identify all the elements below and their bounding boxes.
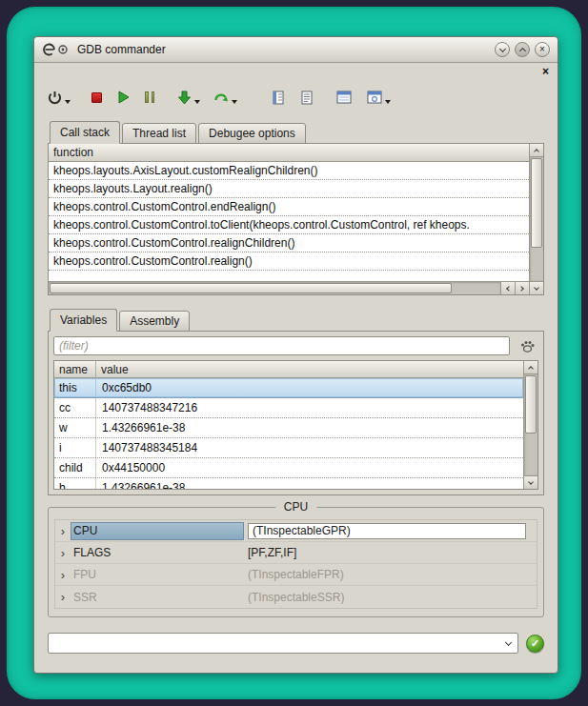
variable-row[interactable]: child 0x44150000 <box>54 458 523 478</box>
variable-name: w <box>54 418 96 437</box>
variable-row[interactable]: cc 140737488347216 <box>54 398 523 418</box>
callstack-vertical-scrollbar[interactable] <box>529 144 543 294</box>
vscroll-up-button[interactable] <box>524 361 537 374</box>
continue-to-dropdown-arrow[interactable] <box>194 100 200 104</box>
vscroll-thumb[interactable] <box>525 375 537 434</box>
view-inspector-button[interactable] <box>365 85 384 110</box>
variables-table-body: name value this 0xc65db0 cc 140737488347… <box>54 361 523 489</box>
variable-name: this <box>54 378 96 397</box>
register-group-name[interactable]: CPU <box>71 522 244 540</box>
pause-button[interactable] <box>143 85 156 110</box>
panel-close-icon[interactable]: × <box>542 66 549 77</box>
filter-input[interactable] <box>53 336 510 355</box>
horizontal-scrollbar[interactable] <box>49 281 529 294</box>
minimize-button[interactable] <box>495 42 510 57</box>
chevron-down-icon <box>534 285 539 291</box>
vscroll-track[interactable] <box>524 374 537 475</box>
tab-variables[interactable]: Variables <box>50 309 117 332</box>
chevron-down-icon <box>504 638 511 645</box>
cpu-groupbox-title: CPU <box>275 500 316 514</box>
view-log-button[interactable] <box>298 85 315 110</box>
variable-name: b <box>54 478 96 489</box>
register-group-value: (TInspectableGPR) <box>244 523 537 539</box>
confirm-button[interactable]: ✓ <box>526 635 544 653</box>
vscroll-thumb[interactable] <box>531 158 542 248</box>
expander-icon[interactable]: › <box>55 547 71 559</box>
variables-tabbar: Variables Assembly <box>48 309 544 332</box>
variable-value: 0x44150000 <box>96 458 523 477</box>
tab-thread-list[interactable]: Thread list <box>122 123 196 144</box>
step-over-dropdown-arrow[interactable] <box>232 100 237 104</box>
callstack-row[interactable]: kheops.layouts.Layout.realign() <box>49 180 529 198</box>
cpu-groupbox: CPU › CPU (TInspectableGPR) › FLAGS [PF,… <box>48 507 544 617</box>
callstack-row[interactable]: kheops.control.CustomControl.endRealign(… <box>49 198 529 216</box>
callstack-column-header[interactable]: function <box>49 144 529 162</box>
register-value-field[interactable]: (TInspectableGPR) <box>248 523 526 539</box>
cpu-register-row[interactable]: › SSR (TInspectableSSR) <box>55 586 537 608</box>
titlebar[interactable]: GDB commander × <box>34 37 558 63</box>
variable-value: 0xc65db0 <box>96 378 523 397</box>
maximize-button[interactable] <box>515 42 530 57</box>
command-input[interactable] <box>49 636 498 650</box>
chevron-down-icon <box>528 479 534 485</box>
step-over-button[interactable] <box>212 85 231 110</box>
callstack-row[interactable]: kheops.control.CustomControl.realignChil… <box>49 234 529 252</box>
lined-document-icon <box>300 91 314 105</box>
variables-rows: this 0xc65db0 cc 140737488347216 w 1.432… <box>54 378 523 489</box>
cpu-register-row[interactable]: › FLAGS [PF,ZF,IF] <box>55 542 537 564</box>
variable-row[interactable]: i 140737488345184 <box>54 438 523 458</box>
filter-row <box>53 336 538 355</box>
continue-to-button[interactable] <box>175 85 193 110</box>
expander-icon[interactable]: › <box>55 525 71 537</box>
window-grid-icon <box>336 91 352 104</box>
hscroll-left-button[interactable] <box>500 282 515 294</box>
variable-value: 140737488345184 <box>96 438 523 457</box>
tab-assembly[interactable]: Assembly <box>119 311 190 332</box>
vscroll-track[interactable] <box>530 157 543 281</box>
power-button[interactable] <box>46 85 64 110</box>
variables-vertical-scrollbar[interactable] <box>523 361 537 489</box>
run-button[interactable] <box>115 85 132 110</box>
hscroll-thumb[interactable] <box>50 283 452 293</box>
hscroll-track[interactable] <box>49 282 500 294</box>
hscroll-right-button[interactable] <box>515 282 529 294</box>
play-triangle-icon <box>117 91 130 104</box>
callstack-rows: kheops.layouts.AxisLayout.customRealignC… <box>49 162 529 281</box>
tab-call-stack[interactable]: Call stack <box>50 121 120 144</box>
callstack-row[interactable]: kheops.control.CustomControl.realign() <box>49 252 529 271</box>
view-watches-button[interactable] <box>335 85 354 110</box>
variable-row[interactable]: w 1.43266961e-38 <box>54 418 523 438</box>
expander-icon[interactable]: › <box>55 591 71 603</box>
callstack-table: function kheops.layouts.AxisLayout.custo… <box>49 144 529 294</box>
column-header-name[interactable]: name <box>54 361 96 377</box>
vscroll-down-button[interactable] <box>530 281 543 294</box>
vscroll-down-button[interactable] <box>524 475 537 489</box>
stop-button[interactable] <box>90 85 104 110</box>
view-source-button[interactable] <box>270 85 287 110</box>
app-icon <box>42 42 71 57</box>
register-group-name[interactable]: FLAGS <box>71 544 244 562</box>
cpu-register-row[interactable]: › FPU (TInspectableFPR) <box>55 564 537 586</box>
maximize-icon <box>518 48 525 54</box>
variable-row[interactable]: this 0xc65db0 <box>54 378 523 398</box>
dock-strip: × <box>34 63 558 79</box>
cpu-register-row[interactable]: › CPU (TInspectableGPR) <box>55 520 537 542</box>
window-content: Call stack Thread list Debugee options f… <box>34 115 558 673</box>
callstack-row[interactable]: kheops.control.CustomControl.toClient(kh… <box>49 216 529 234</box>
expander-icon[interactable]: › <box>55 569 71 581</box>
register-group-name[interactable]: SSR <box>71 588 244 606</box>
vscroll-up-button[interactable] <box>530 144 543 157</box>
callstack-row[interactable]: kheops.layouts.AxisLayout.customRealignC… <box>49 162 529 180</box>
power-dropdown-arrow[interactable] <box>65 100 71 104</box>
register-group-name[interactable]: FPU <box>71 566 244 584</box>
view-inspector-dropdown-arrow[interactable] <box>385 100 391 104</box>
variable-row[interactable]: b 1.43266961e-38 <box>54 478 523 489</box>
column-header-value[interactable]: value <box>96 361 523 377</box>
close-button[interactable]: × <box>535 42 550 57</box>
chevron-up-icon <box>528 366 534 372</box>
tab-debugee-options[interactable]: Debugee options <box>198 123 306 144</box>
combo-dropdown-button[interactable] <box>498 634 517 653</box>
command-combobox[interactable] <box>48 633 518 654</box>
pause-bars-icon <box>145 91 154 103</box>
filter-options-button[interactable] <box>516 336 538 355</box>
